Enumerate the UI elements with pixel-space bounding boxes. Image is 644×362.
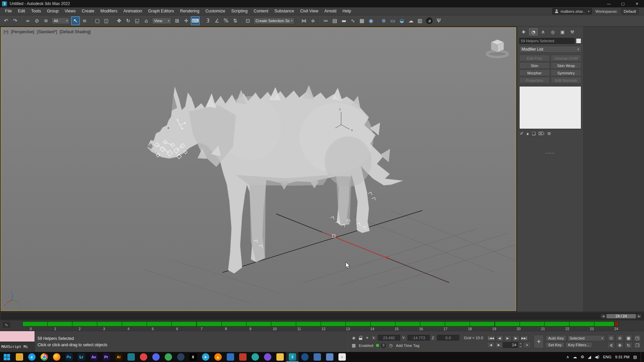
display-tab[interactable]: ▣ bbox=[558, 28, 567, 36]
create-tab[interactable]: ✚ bbox=[519, 28, 528, 36]
key-filters-button[interactable]: Key Filters... bbox=[566, 342, 592, 348]
taskbar-app-blue3[interactable] bbox=[311, 352, 323, 362]
previous-frame-arrow[interactable]: ◀ bbox=[601, 314, 606, 318]
maxscript-mini-listener[interactable]: MAXScript Mi bbox=[0, 331, 35, 352]
time-slider-track[interactable]: ◀ 24 / 24 ▶ bbox=[1, 313, 643, 319]
character-tools-icon[interactable]: Ψ bbox=[434, 16, 443, 25]
previous-key-button[interactable]: ◀ bbox=[487, 342, 494, 348]
frame-label-21[interactable]: 21 bbox=[541, 327, 545, 331]
menu-item-group[interactable]: Group bbox=[44, 7, 62, 15]
go-to-start-button[interactable]: |◀◀ bbox=[487, 335, 495, 341]
add-time-tag[interactable]: Add Time Tag bbox=[396, 344, 419, 348]
modifier-button-skin-wrap[interactable]: Skin Wrap bbox=[551, 62, 581, 69]
pan-view-icon[interactable]: ✥ bbox=[616, 342, 624, 349]
render-setup-icon[interactable]: ⊛ bbox=[379, 16, 388, 25]
taskbar-edge[interactable]: e bbox=[25, 352, 38, 362]
frame-label-10[interactable]: 10 bbox=[273, 327, 277, 331]
keyboard-shortcut-override-icon[interactable]: ⌨ bbox=[191, 16, 200, 25]
unlink-selection-icon[interactable]: ⊘ bbox=[33, 16, 41, 25]
absolute-offset-mode-icon[interactable]: ⌖ bbox=[364, 335, 370, 341]
tray-network-icon[interactable]: ◢ bbox=[588, 355, 591, 359]
modifier-button-edit-poly[interactable]: Edit Poly bbox=[519, 55, 550, 61]
language-indicator[interactable]: ENG bbox=[603, 355, 611, 359]
frame-label-15[interactable]: 15 bbox=[395, 327, 399, 331]
taskbar-app-purple[interactable] bbox=[261, 352, 274, 362]
select-and-rotate-icon[interactable]: ↻ bbox=[124, 16, 132, 25]
close-button[interactable]: ✕ bbox=[630, 0, 644, 7]
current-frame-field[interactable]: 24 bbox=[503, 342, 518, 348]
menu-item-customize[interactable]: Customize bbox=[202, 7, 228, 15]
motion-tab[interactable]: ◎ bbox=[548, 28, 557, 36]
set-keys-button[interactable]: + bbox=[534, 335, 544, 348]
time-slider-handle[interactable]: 24 / 24 bbox=[606, 314, 636, 318]
orbit-icon[interactable]: ↻ bbox=[625, 342, 633, 349]
workspace-dropdown[interactable]: Default bbox=[621, 8, 639, 14]
select-and-move-icon[interactable]: ✥ bbox=[115, 16, 123, 25]
track-bar-range[interactable] bbox=[22, 321, 619, 326]
taskbar-app-red2[interactable] bbox=[236, 352, 249, 362]
taskbar-lightroom[interactable]: Lr bbox=[75, 352, 88, 362]
menu-item-modifiers[interactable]: Modifiers bbox=[97, 7, 120, 15]
menu-item-edit[interactable]: Edit bbox=[15, 7, 28, 15]
set-key-button[interactable]: Set Key bbox=[545, 342, 564, 348]
frame-label-6[interactable]: 6 bbox=[176, 327, 178, 331]
curve-editor-icon[interactable]: ∿ bbox=[348, 16, 357, 25]
menu-item-substance[interactable]: Substance bbox=[271, 7, 297, 15]
toggle-scene-explorer-icon[interactable]: ≔ bbox=[321, 16, 330, 25]
select-object-icon[interactable]: ↖ bbox=[71, 16, 80, 25]
selection-filter-dropdown[interactable]: All▾ bbox=[52, 17, 70, 24]
menu-item-civil-view[interactable]: Civil View bbox=[297, 7, 321, 15]
modifier-button-morpher[interactable]: Morpher bbox=[519, 70, 550, 76]
taskbar-app-red[interactable] bbox=[137, 352, 150, 362]
taskbar-premiere[interactable]: Pr bbox=[100, 352, 112, 362]
menu-item-graph-editors[interactable]: Graph Editors bbox=[145, 7, 177, 15]
select-and-manipulate-icon[interactable]: ✛ bbox=[182, 16, 191, 25]
next-key-button[interactable]: ▶ bbox=[495, 342, 502, 348]
undo-icon[interactable]: ↶ bbox=[2, 16, 10, 25]
modifier-button-unwrap-uvw[interactable]: Unwrap UVW bbox=[551, 55, 581, 61]
show-desktop-button[interactable] bbox=[641, 352, 643, 362]
edit-named-selection-sets-icon[interactable]: ⊡ bbox=[244, 16, 252, 25]
viewport-render-preset-menu[interactable]: [Standard*] bbox=[37, 29, 57, 34]
taskbar-x[interactable]: X bbox=[187, 352, 199, 362]
rectangular-selection-region-icon[interactable]: ▢ bbox=[93, 16, 102, 25]
taskbar-app-blue2[interactable] bbox=[299, 352, 311, 362]
frame-label-24[interactable]: 24 bbox=[614, 327, 618, 331]
taskbar-notepad[interactable]: ≡ bbox=[336, 352, 348, 362]
toggle-ribbon-icon[interactable]: ▬ bbox=[339, 16, 348, 25]
auto-key-button[interactable]: Auto Key bbox=[545, 335, 567, 341]
maximize-button[interactable]: ▢ bbox=[616, 0, 630, 7]
menu-item-rendering[interactable]: Rendering bbox=[177, 7, 203, 15]
modifier-button-skin[interactable]: Skin bbox=[519, 62, 550, 69]
start-button[interactable] bbox=[1, 352, 13, 362]
taskbar-steam[interactable] bbox=[174, 352, 187, 362]
y-coordinate-field[interactable]: -14.773 bbox=[408, 335, 430, 341]
next-frame-arrow[interactable]: ▶ bbox=[637, 314, 642, 318]
object-name-field[interactable]: 59 Helpers Selected bbox=[519, 38, 575, 44]
window-crossing-icon[interactable]: ◫ bbox=[102, 16, 111, 25]
frame-label-5[interactable]: 5 bbox=[152, 327, 154, 331]
taskbar-illustrator[interactable]: Ai bbox=[112, 352, 125, 362]
taskbar-after-effects[interactable]: Ae bbox=[88, 352, 100, 362]
key-mode-toggle-icon[interactable]: ♦ bbox=[523, 342, 531, 348]
use-pivot-point-center-icon[interactable]: ⊞ bbox=[173, 16, 181, 25]
macro-recorder-pane[interactable] bbox=[0, 331, 35, 342]
menu-item-views[interactable]: Views bbox=[62, 7, 79, 15]
tray-onedrive-icon[interactable]: ☁ bbox=[573, 355, 577, 359]
taskbar-discord[interactable] bbox=[150, 352, 162, 362]
mirror-icon[interactable]: ⋈ bbox=[300, 16, 308, 25]
view-cube[interactable] bbox=[487, 40, 508, 57]
taskbar-vlc[interactable]: ▲ bbox=[212, 352, 224, 362]
viewport-general-menu[interactable]: [+] bbox=[4, 29, 8, 34]
render-in-cloud-icon[interactable]: ☁ bbox=[407, 16, 415, 25]
mini-curve-editor-icon[interactable]: ∿ bbox=[3, 322, 10, 327]
frame-label-11[interactable]: 11 bbox=[297, 327, 301, 331]
frame-label-8[interactable]: 8 bbox=[225, 327, 227, 331]
previous-frame-button[interactable]: ◀| bbox=[496, 335, 503, 341]
zoom-extents-icon[interactable]: ▣ bbox=[625, 335, 633, 341]
align-icon[interactable]: ≑ bbox=[309, 16, 317, 25]
configure-modifier-sets-icon[interactable]: ⚙ bbox=[547, 131, 551, 136]
taskbar-firefox[interactable] bbox=[50, 352, 63, 362]
perspective-viewport[interactable]: [+] [Perspective] [Standard*] [Default S… bbox=[1, 27, 516, 311]
tray-settings-icon[interactable]: ⚙ bbox=[581, 355, 584, 359]
